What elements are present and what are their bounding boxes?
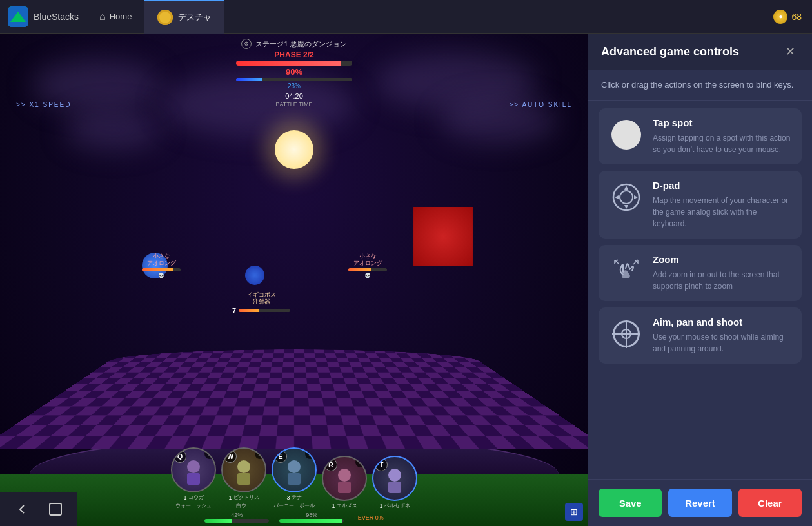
portrait-w-subname: 白ウ… — [236, 502, 252, 509]
portrait-r-num: 1 — [332, 503, 335, 509]
portrait-r[interactable]: R × 1 エルメス — [322, 456, 367, 509]
controls-list: Tap spot Assign tapping on a spot with t… — [588, 101, 812, 479]
portrait-e[interactable]: E × 3 テナ バーニー…ボール — [272, 447, 317, 509]
control-item-tap-spot[interactable]: Tap spot Assign tapping on a spot with t… — [599, 108, 802, 164]
title-bar-left: BlueStacks — [0, 6, 86, 27]
panel-footer: Save Revert Clear — [588, 479, 812, 526]
control-item-dpad[interactable]: D-pad Map the movement of your character… — [599, 171, 802, 239]
bar-2-label: 98% — [306, 512, 317, 518]
coin-icon: ● — [773, 10, 787, 24]
bottom-bars: 42% 98% FEVER 0% — [204, 512, 384, 523]
tap-spot-desc: Assign tapping on a spot with this actio… — [653, 132, 791, 155]
portrait-q[interactable]: Q × 1 コウガ ウォー…ッシュ — [171, 447, 216, 509]
key-t: T — [375, 458, 388, 471]
panel-title: Advanced game controls — [601, 45, 739, 59]
auto-skill-label: >> AUTO SKILL — [509, 101, 572, 108]
cloud-4 — [64, 111, 161, 150]
svg-point-8 — [288, 460, 301, 473]
coins-value: 68 — [791, 12, 802, 22]
coins-display: ● 68 — [763, 10, 812, 24]
svg-point-10 — [338, 469, 351, 482]
close-w[interactable]: × — [255, 449, 265, 459]
svg-rect-5 — [187, 473, 200, 485]
dpad-svg — [611, 182, 641, 212]
game-tab-icon — [157, 10, 173, 25]
enemy-3-num: 7 — [232, 307, 290, 315]
portrait-t[interactable]: T 1 ペルセポネ — [372, 456, 417, 509]
save-button[interactable]: Save — [599, 489, 662, 517]
xp-label: 23% — [288, 83, 301, 90]
aim-icon — [611, 319, 641, 349]
close-e[interactable]: × — [305, 449, 315, 459]
hud-top: ⚙ ステージ1 悪魔のダンジョン PHASE 2/2 90% 23% 04:20… — [236, 39, 352, 108]
hp-fill — [236, 61, 341, 66]
control-item-aim[interactable]: Aim, pan and shoot Use your mouse to sho… — [599, 307, 802, 364]
timer-value: 04:20 — [285, 92, 303, 100]
key-w: W — [224, 450, 237, 463]
svg-point-12 — [388, 469, 401, 482]
bar-item-1: 42% — [204, 512, 269, 523]
bottom-ui: Q × 1 コウガ ウォー…ッシュ — [0, 447, 588, 523]
portrait-q-num: 1 — [183, 494, 186, 501]
game-tab-label: デスチャ — [178, 12, 212, 23]
stage-label: ステージ1 悪魔のダンジョン — [255, 39, 346, 49]
main-layout: ⚙ ステージ1 悪魔のダンジョン PHASE 2/2 90% 23% 04:20… — [0, 34, 812, 526]
portrait-e-name: テナ — [292, 494, 302, 501]
portrait-t-name: ペルセポネ — [384, 502, 410, 509]
aim-desc: Use your mouse to shoot while aiming and… — [653, 331, 791, 355]
svg-rect-7 — [237, 473, 250, 485]
hp-bar-container: PHASE 2/2 90% 23% 04:20 BATTLE TIME — [236, 50, 352, 108]
game-area: ⚙ ステージ1 悪魔のダンジョン PHASE 2/2 90% 23% 04:20… — [0, 34, 588, 526]
tap-spot-name: Tap spot — [653, 117, 791, 128]
hp-label: PHASE 2/2 — [274, 50, 313, 59]
portrait-e-subname: バーニー…ボール — [273, 502, 315, 509]
panel-close-button[interactable]: ✕ — [781, 43, 799, 61]
zoom-text: Zoom Add zoom in or out to the screen th… — [653, 254, 791, 292]
app-name: BlueStacks — [34, 12, 79, 22]
zoom-icon-wrapper — [609, 254, 644, 289]
svg-rect-13 — [388, 482, 401, 493]
aim-icon-wrapper — [609, 317, 644, 351]
bar-2-track — [279, 519, 344, 523]
tab-game[interactable]: デスチャ — [144, 0, 224, 34]
svg-rect-9 — [288, 473, 301, 485]
bar-2-fill — [279, 519, 342, 523]
revert-button[interactable]: Revert — [668, 489, 731, 517]
portrait-t-info: 1 ペルセポネ — [379, 502, 410, 509]
enemy-2-hp-bar — [348, 268, 387, 271]
close-r[interactable]: × — [355, 457, 366, 467]
clear-button[interactable]: Clear — [738, 489, 802, 517]
home-tab-label: Home — [110, 12, 132, 21]
stage-icon: ⚙ — [241, 39, 252, 49]
timer-display: 04:20 — [285, 92, 303, 100]
fever-text: FEVER 0% — [354, 514, 384, 521]
svg-point-4 — [187, 460, 200, 473]
portrait-w[interactable]: W × 1 ビクトリス 白ウ… — [221, 447, 266, 509]
svg-point-6 — [237, 460, 250, 473]
blue-orb-2 — [245, 266, 264, 285]
svg-rect-11 — [338, 482, 351, 493]
portrait-w-name: ビクトリス — [233, 494, 259, 501]
speed-label: >> X1 SPEED — [16, 101, 71, 108]
close-q[interactable]: × — [204, 449, 215, 459]
timer-label: BATTLE TIME — [275, 101, 312, 108]
dpad-name: D-pad — [653, 180, 791, 191]
tap-spot-icon-wrapper — [609, 117, 644, 152]
control-item-zoom[interactable]: Zoom Add zoom in or out to the screen th… — [599, 245, 802, 301]
aim-cross-v — [626, 320, 627, 348]
aim-outer-ring — [613, 320, 640, 347]
key-r: R — [324, 458, 337, 471]
portrait-w-circle: W × — [221, 447, 266, 492]
portraits-row: Q × 1 コウガ ウォー…ッシュ — [171, 447, 417, 509]
portrait-r-circle: R × — [322, 456, 367, 501]
bar-1-track — [204, 519, 269, 523]
tab-home[interactable]: ⌂ Home — [86, 0, 144, 34]
enemy-label-2: 小さなアオロング 💀 — [348, 253, 387, 278]
bluestacks-logo — [8, 6, 28, 27]
svg-point-16 — [620, 191, 633, 204]
dpad-desc: Map the movement of your character or th… — [653, 195, 791, 229]
enemy-1-name: 小さなアオロング — [147, 253, 176, 267]
zoom-desc: Add zoom in or out to the screen that su… — [653, 269, 791, 292]
portrait-r-name: エルメス — [337, 502, 357, 509]
zoom-icon — [611, 257, 641, 286]
